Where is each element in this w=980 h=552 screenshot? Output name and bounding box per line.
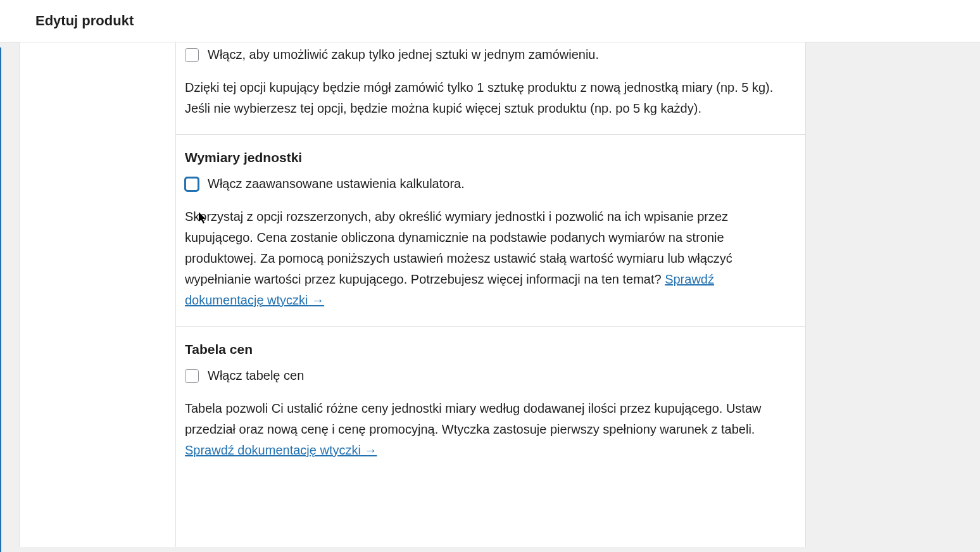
- price-table-section: Tabela cen Włącz tabelę cen Tabela pozwo…: [176, 327, 805, 476]
- page-title: Edytuj produkt: [35, 13, 945, 29]
- single-item-description: Dzięki tej opcji kupujący będzie mógł za…: [185, 77, 796, 119]
- settings-sidebar: [19, 42, 176, 547]
- content-panel: Włącz, aby umożliwić zakup tylko jednej …: [176, 42, 806, 547]
- main-container: Włącz, aby umożliwić zakup tylko jednej …: [0, 42, 980, 547]
- unit-dimensions-title: Wymiary jednostki: [185, 150, 796, 165]
- price-table-checkbox[interactable]: [185, 369, 199, 383]
- unit-dimensions-checkbox[interactable]: [185, 177, 199, 191]
- unit-dimensions-description: Skorzystaj z opcji rozszerzonych, aby ok…: [185, 206, 796, 311]
- price-table-description: Tabela pozwoli Ci ustalić różne ceny jed…: [185, 398, 796, 461]
- price-table-checkbox-label: Włącz tabelę cen: [208, 368, 304, 383]
- price-table-doc-link[interactable]: Sprawdź dokumentację wtyczki →: [185, 443, 377, 457]
- page-header: Edytuj produkt: [0, 0, 980, 42]
- unit-dimensions-section: Wymiary jednostki Włącz zaawansowane ust…: [176, 135, 805, 327]
- single-item-checkbox-label: Włącz, aby umożliwić zakup tylko jednej …: [208, 47, 599, 62]
- left-accent-edge: [0, 47, 1, 547]
- single-item-checkbox-row: Włącz, aby umożliwić zakup tylko jednej …: [185, 47, 796, 62]
- unit-dimensions-description-text: Skorzystaj z opcji rozszerzonych, aby ok…: [185, 210, 732, 286]
- single-item-section: Włącz, aby umożliwić zakup tylko jednej …: [176, 42, 805, 135]
- unit-dimensions-checkbox-row: Włącz zaawansowane ustawienia kalkulator…: [185, 177, 796, 191]
- unit-dimensions-checkbox-label: Włącz zaawansowane ustawienia kalkulator…: [208, 177, 465, 191]
- price-table-description-text: Tabela pozwoli Ci ustalić różne ceny jed…: [185, 401, 761, 436]
- price-table-title: Tabela cen: [185, 342, 796, 357]
- single-item-checkbox[interactable]: [185, 48, 199, 62]
- price-table-checkbox-row: Włącz tabelę cen: [185, 368, 796, 383]
